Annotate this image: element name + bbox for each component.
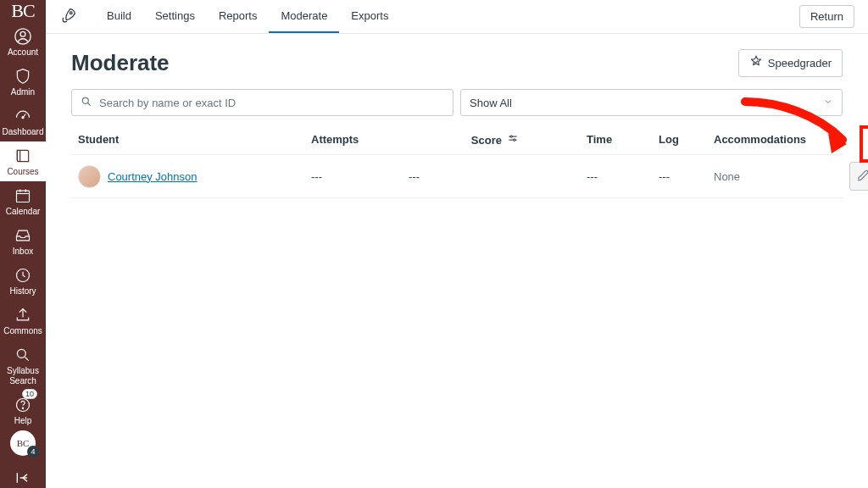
sidebar-item-calendar[interactable]: Calendar <box>0 181 46 221</box>
share-icon <box>13 305 33 325</box>
svg-point-21 <box>514 139 515 141</box>
svg-line-17 <box>88 103 91 105</box>
student-name-link[interactable]: Courtney Johnson <box>108 170 198 183</box>
logo[interactable]: BC <box>0 0 46 22</box>
chevron-down-icon <box>823 97 833 109</box>
col-score[interactable]: Score <box>409 133 519 147</box>
svg-point-19 <box>510 136 512 137</box>
svg-point-16 <box>82 97 88 103</box>
filter-dropdown[interactable]: Show All <box>460 89 843 116</box>
student-avatar <box>78 165 101 188</box>
page-title: Moderate <box>71 50 170 76</box>
tabs: Build Settings Reports Moderate Exports <box>95 0 400 33</box>
time-value: --- <box>587 170 659 183</box>
clock-icon <box>13 265 33 286</box>
attempts-value: --- <box>311 170 409 183</box>
global-sidebar: BC Account Admin Dashboard Courses Calen… <box>0 0 46 488</box>
sidebar-item-courses[interactable]: Courses <box>0 141 46 181</box>
sidebar-item-inbox[interactable]: Inbox <box>0 221 46 261</box>
sidebar-item-history[interactable]: History <box>0 261 46 301</box>
svg-rect-4 <box>17 191 30 202</box>
edit-accommodations-button[interactable] <box>849 162 868 191</box>
search-input[interactable] <box>99 97 444 109</box>
svg-point-15 <box>70 12 72 14</box>
help-badge: 10 <box>22 389 37 399</box>
return-button[interactable]: Return <box>799 5 854 28</box>
col-attempts: Attempts <box>311 133 409 147</box>
notification-badge: 4 <box>27 446 39 458</box>
accommodations-value: None <box>714 170 849 183</box>
search-icon <box>81 96 92 110</box>
sidebar-item-dashboard[interactable]: Dashboard <box>0 102 46 141</box>
svg-line-10 <box>25 358 29 361</box>
sidebar-item-syllabus-search[interactable]: SyllabusSearch <box>0 341 46 391</box>
collapse-sidebar-button[interactable] <box>14 463 31 488</box>
topbar: Build Settings Reports Moderate Exports … <box>46 0 868 34</box>
score-value: --- <box>409 170 519 183</box>
gauge-icon <box>13 106 33 126</box>
table-row: Courtney Johnson --- --- --- --- None <box>71 154 843 198</box>
pencil-icon <box>857 169 868 185</box>
col-student: Student <box>78 133 311 147</box>
book-icon <box>13 146 33 166</box>
user-circle-icon <box>13 26 33 47</box>
sidebar-item-help[interactable]: 10 Help <box>0 391 46 430</box>
svg-point-12 <box>22 408 23 408</box>
sidebar-item-account[interactable]: Account <box>0 22 46 62</box>
inbox-icon <box>13 225 33 246</box>
rocket-icon[interactable] <box>59 6 78 27</box>
moderate-table: Student Attempts Score Time Log Accommod… <box>71 126 843 198</box>
sidebar-item-label: Account <box>8 47 38 58</box>
col-log: Log <box>659 133 714 147</box>
table-header: Student Attempts Score Time Log Accommod… <box>71 126 843 154</box>
tab-reports[interactable]: Reports <box>207 0 270 33</box>
sidebar-item-label: Courses <box>7 167 38 177</box>
shield-icon <box>13 66 33 86</box>
sidebar-item-label: Inbox <box>13 247 33 257</box>
speedgrader-button[interactable]: Speedgrader <box>738 49 843 77</box>
sidebar-item-label: Admin <box>11 87 35 97</box>
svg-point-9 <box>17 349 25 358</box>
profile-avatar[interactable]: BC 4 <box>10 430 36 456</box>
sidebar-item-label: Dashboard <box>3 127 44 137</box>
sidebar-item-label: Commons <box>3 326 42 336</box>
grader-icon <box>749 55 763 71</box>
sidebar-item-admin[interactable]: Admin <box>0 62 46 102</box>
sidebar-item-label: History <box>9 286 36 297</box>
log-value: --- <box>659 170 714 183</box>
tab-build[interactable]: Build <box>95 0 143 33</box>
col-accommodations: Accommodations <box>714 133 849 147</box>
sidebar-item-label: SyllabusSearch <box>7 366 39 386</box>
search-icon <box>13 345 33 365</box>
tab-exports[interactable]: Exports <box>339 0 400 33</box>
sidebar-item-label: Calendar <box>6 207 41 217</box>
settings-icon <box>507 133 519 147</box>
search-box[interactable] <box>71 89 453 116</box>
col-time: Time <box>587 133 659 147</box>
svg-point-2 <box>22 117 24 119</box>
tab-moderate[interactable]: Moderate <box>269 0 339 33</box>
svg-point-1 <box>20 31 25 36</box>
tab-settings[interactable]: Settings <box>143 0 207 33</box>
sidebar-item-commons[interactable]: Commons <box>0 301 46 341</box>
sidebar-item-label: Help <box>14 416 32 426</box>
calendar-icon <box>13 186 33 206</box>
